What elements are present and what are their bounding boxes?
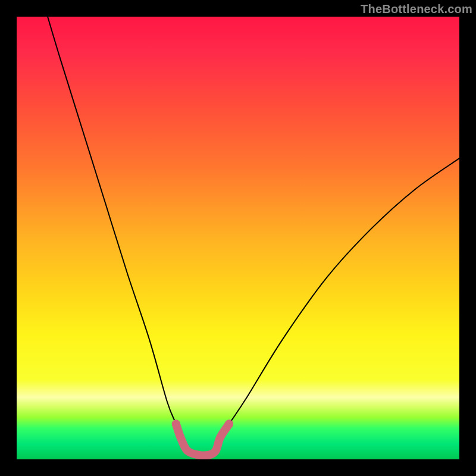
optimal-dot-right — [225, 419, 233, 428]
optimal-range-curve — [176, 424, 229, 455]
plot-area — [17, 17, 459, 459]
optimal-dot-left — [172, 419, 180, 428]
bottleneck-curve — [48, 17, 459, 455]
curve-layer — [17, 17, 459, 459]
chart-frame: TheBottleneck.com — [0, 0, 476, 476]
watermark-label: TheBottleneck.com — [361, 2, 472, 16]
